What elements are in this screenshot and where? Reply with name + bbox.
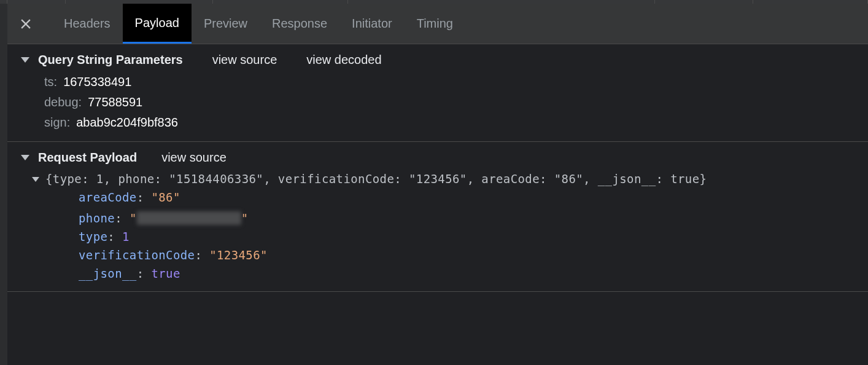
prop-value: 1: [122, 230, 130, 243]
prop-value: "86": [151, 190, 180, 204]
view-decoded-button[interactable]: view decoded: [306, 53, 381, 67]
prop-key: areaCode: [79, 190, 137, 204]
prop-key: verificationCode: [79, 248, 195, 262]
param-value: 1675338491: [63, 75, 131, 89]
section-title-query: Query String Parameters: [38, 53, 183, 67]
chevron-down-icon[interactable]: [32, 177, 39, 182]
tab-response[interactable]: Response: [260, 4, 339, 44]
param-row-debug: debug: 77588591: [44, 92, 868, 112]
prop-value-censored: "": [130, 211, 249, 225]
panel-divider[interactable]: [0, 4, 7, 365]
prop-row-type: type: 1: [79, 227, 868, 246]
param-key: ts:: [44, 75, 57, 89]
section-title-payload: Request Payload: [38, 151, 137, 165]
prop-key: phone: [79, 211, 115, 225]
tab-headers[interactable]: Headers: [52, 4, 123, 44]
detail-tabs: Headers Payload Preview Response Initiat…: [7, 4, 868, 44]
tab-payload[interactable]: Payload: [123, 4, 192, 44]
param-key: debug:: [44, 95, 82, 109]
param-key: sign:: [44, 116, 70, 130]
query-string-section: Query String Parameters view source view…: [7, 44, 868, 142]
view-source-button[interactable]: view source: [212, 53, 277, 67]
request-payload-section: Request Payload view source {type: 1, ph…: [7, 142, 868, 292]
param-row-sign: sign: abab9c204f9bf836: [44, 112, 868, 133]
prop-value: "123456": [209, 248, 268, 262]
param-value: 77588591: [88, 95, 142, 109]
chevron-down-icon[interactable]: [21, 57, 29, 63]
prop-value: true: [151, 267, 180, 280]
object-summary-text: {type: 1, phone: "15184406336", verifica…: [45, 172, 707, 186]
view-source-button[interactable]: view source: [161, 151, 227, 165]
chevron-down-icon[interactable]: [21, 155, 29, 160]
param-row-ts: ts: 1675338491: [44, 72, 868, 92]
prop-row-phone: phone: "": [79, 206, 868, 227]
prop-key: type: [79, 230, 107, 243]
close-icon[interactable]: [20, 18, 32, 30]
tab-initiator[interactable]: Initiator: [339, 4, 405, 44]
param-value: abab9c204f9bf836: [76, 116, 178, 130]
prop-row-json: __json__: true: [79, 264, 868, 283]
prop-row-verificationcode: verificationCode: "123456": [79, 246, 868, 264]
prop-row-areacode: areaCode: "86": [79, 188, 868, 206]
prop-key: __json__: [79, 267, 137, 280]
payload-object-summary[interactable]: {type: 1, phone: "15184406336", verifica…: [32, 170, 868, 188]
tab-timing[interactable]: Timing: [405, 4, 465, 44]
tab-preview[interactable]: Preview: [192, 4, 260, 44]
